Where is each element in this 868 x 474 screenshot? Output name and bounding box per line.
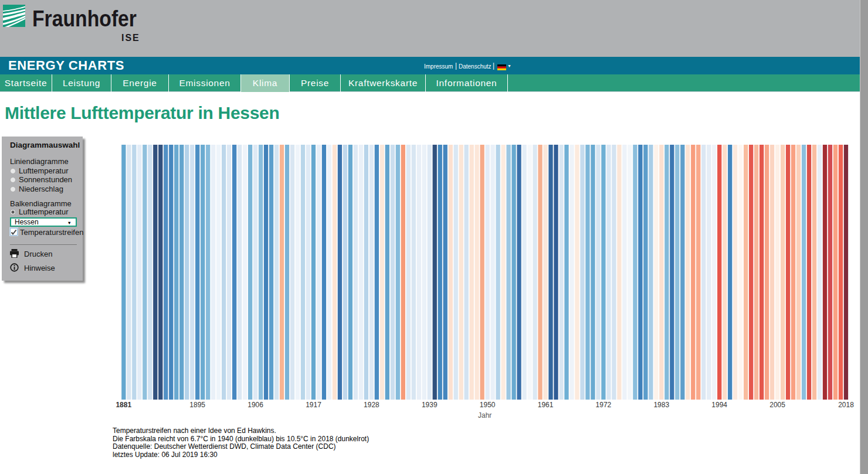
svg-text:ISE: ISE: [121, 33, 140, 43]
svg-text:Fraunhofer: Fraunhofer: [32, 6, 137, 31]
